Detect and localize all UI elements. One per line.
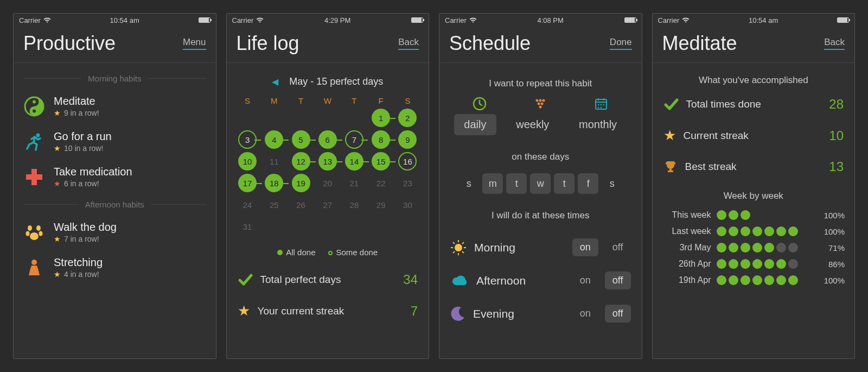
day-chip-5[interactable]: f (578, 173, 598, 194)
header: Life log Back (227, 27, 429, 63)
status-bar: Carrier 4:29 PM (227, 14, 429, 27)
week-row: 26th Apr86% (653, 256, 855, 272)
habit-walkdog[interactable]: Walk the dog ★7 in a row! (14, 215, 216, 250)
time-row-morning: Morningonoff (439, 231, 642, 264)
week-dot (741, 243, 750, 253)
calendar-day[interactable]: 1 (372, 109, 390, 127)
status-bar: Carrier 4:08 PM (439, 14, 642, 27)
time-label: Afternoon (476, 274, 526, 287)
cross-icon (23, 166, 45, 188)
week-dot (764, 259, 774, 269)
toggle-on[interactable]: on (572, 305, 598, 323)
calendar-day[interactable]: 19 (292, 174, 310, 192)
svg-line-33 (462, 242, 464, 244)
accomplish-label: What you've accomplished (653, 68, 855, 89)
calendar-day[interactable]: 8 (372, 130, 390, 149)
week-dot (717, 210, 726, 220)
toggle-off[interactable]: off (605, 272, 631, 289)
back-link[interactable]: Back (824, 37, 845, 50)
back-link[interactable]: Back (398, 37, 419, 50)
repeat-monthly[interactable]: monthly (569, 114, 627, 135)
calendar-day[interactable]: 10 (238, 152, 257, 171)
habit-medication[interactable]: Take medication ★6 in a row! (14, 159, 216, 194)
carrier-label: Carrier (658, 16, 680, 24)
calendar-day[interactable]: 28 (345, 196, 363, 214)
day-chip-2[interactable]: t (506, 173, 527, 194)
screen-lifelog: Carrier 4:29 PM Life log Back ◀ May - 15… (226, 13, 430, 359)
repeat-label: I want to repeat this habit (449, 75, 632, 97)
svg-point-25 (601, 107, 602, 109)
week-dot (788, 259, 798, 269)
toggle-off[interactable]: off (605, 305, 631, 323)
calendar-day[interactable]: 25 (265, 196, 283, 214)
calendar-day[interactable]: 24 (238, 196, 257, 214)
toggle-on[interactable]: on (572, 238, 598, 256)
calendar-day[interactable]: 5 (292, 130, 310, 149)
calendar-day[interactable]: 15 (372, 152, 390, 171)
week-dot (729, 259, 738, 269)
clock: 10:54 am (749, 16, 778, 24)
svg-point-24 (598, 107, 599, 109)
menu-link[interactable]: Menu (183, 37, 206, 50)
calendar-day[interactable]: 11 (265, 152, 283, 171)
calendar-day[interactable]: 22 (372, 174, 390, 192)
stat-value: 10 (829, 128, 844, 143)
week-percent: 86% (818, 260, 845, 269)
legend: All done Some done (227, 240, 429, 264)
habit-stretch[interactable]: Stretching ★4 in a row! (14, 250, 216, 285)
repeat-daily[interactable]: daily (454, 114, 496, 135)
svg-point-16 (539, 106, 542, 109)
calendar-day[interactable]: 12 (292, 152, 310, 171)
calendar-day[interactable]: 17 (238, 174, 257, 192)
calendar-day[interactable]: 16 (398, 152, 417, 171)
calendar-day[interactable]: 27 (318, 196, 337, 214)
habit-run[interactable]: Go for a run ★10 in a row! (14, 124, 216, 159)
calendar-day[interactable]: 26 (292, 196, 310, 214)
svg-line-32 (462, 251, 464, 253)
calendar-day (265, 217, 283, 236)
svg-point-15 (541, 103, 544, 105)
prev-month-button[interactable]: ◀ (272, 77, 278, 87)
calendar-day[interactable]: 18 (265, 174, 283, 192)
times-label: I will do it at these times (449, 207, 632, 229)
calendar-day[interactable]: 9 (398, 130, 417, 149)
done-link[interactable]: Done (610, 37, 632, 50)
calendar-day[interactable]: 21 (345, 174, 363, 192)
cloud-icon (450, 274, 469, 287)
day-chip-6[interactable]: s (602, 173, 622, 194)
week-dot (752, 243, 762, 253)
day-chip-1[interactable]: m (482, 173, 503, 194)
calendar-day[interactable]: 30 (398, 196, 417, 214)
page-title: Schedule (449, 32, 531, 55)
calendar-day[interactable]: 29 (372, 196, 390, 214)
week-dot (752, 226, 762, 236)
calendar-day[interactable]: 31 (238, 217, 257, 236)
star-icon: ★ (54, 235, 61, 243)
toggle-on[interactable]: on (572, 272, 598, 289)
repeat-weekly[interactable]: weekly (506, 114, 559, 135)
calendar-day (318, 109, 337, 127)
week-dot (717, 275, 726, 285)
calendar-day[interactable]: 3 (238, 130, 257, 149)
day-chip-0[interactable]: s (458, 173, 479, 194)
svg-point-2 (33, 109, 36, 112)
svg-point-9 (31, 260, 37, 265)
toggle-off[interactable]: off (605, 238, 631, 256)
calendar-day[interactable]: 4 (265, 130, 283, 149)
clock: 4:29 PM (324, 16, 350, 24)
week-dot (729, 275, 738, 285)
calendar-day[interactable]: 13 (318, 152, 337, 171)
time-row-evening: Eveningonoff (439, 297, 642, 330)
calendar-day[interactable]: 20 (318, 174, 337, 192)
calendar-day[interactable]: 2 (398, 109, 417, 127)
habit-meditate[interactable]: Meditate ★9 in a row! (14, 89, 216, 124)
day-chip-4[interactable]: t (554, 173, 575, 194)
calendar-day[interactable]: 6 (318, 130, 337, 149)
day-chip-3[interactable]: w (530, 173, 551, 194)
calendar-grid: SMTWTFS 12345678910111213141516171819202… (227, 92, 429, 240)
calendar-day[interactable]: 23 (398, 174, 417, 192)
calendar-day[interactable]: 14 (345, 152, 363, 171)
section-afternoon: Afternoon habits (14, 194, 216, 215)
wifi-icon (682, 17, 690, 23)
calendar-day[interactable]: 7 (345, 130, 363, 149)
